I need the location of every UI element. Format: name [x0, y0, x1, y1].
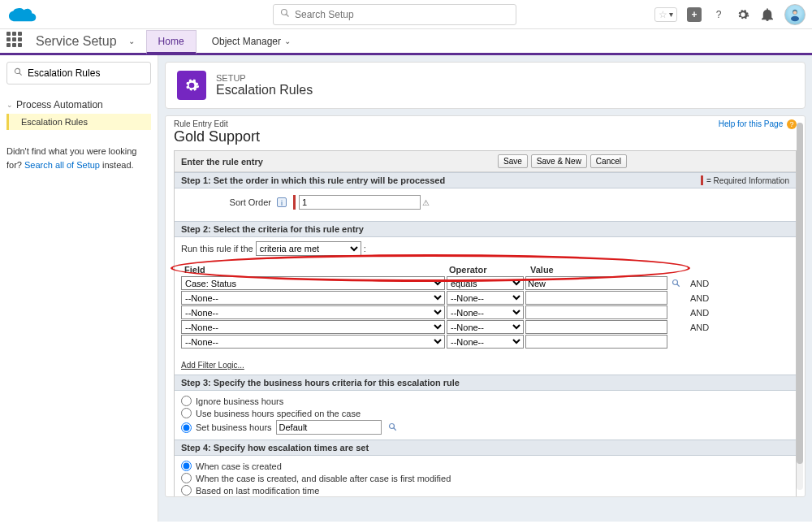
tab-object-manager[interactable]: Object Manager ⌄: [200, 30, 303, 53]
criteria-field-select[interactable]: --None--: [181, 305, 445, 319]
cancel-button[interactable]: Cancel: [590, 154, 627, 168]
search-icon: [280, 8, 290, 20]
sort-order-input[interactable]: [299, 195, 421, 210]
salesforce-logo-icon: [6, 3, 39, 26]
chevron-down-icon: ▾: [669, 10, 673, 19]
add-filter-logic-link[interactable]: Add Filter Logic...: [175, 356, 251, 375]
radio-disable-after-mod[interactable]: [181, 473, 192, 483]
criteria-field-select[interactable]: Case: Status: [181, 276, 445, 290]
tree-section-process-automation[interactable]: ⌄ Process Automation: [6, 96, 151, 114]
sidebar-item-escalation-rules[interactable]: Escalation Rules: [6, 114, 151, 130]
criteria-value-input[interactable]: [525, 305, 667, 319]
criteria-operator-select[interactable]: equals: [447, 276, 524, 290]
chevron-down-icon: ⌄: [6, 101, 13, 109]
chevron-down-icon: ⌄: [284, 37, 291, 45]
avatar[interactable]: [784, 4, 806, 25]
global-search-input[interactable]: [295, 9, 509, 20]
breadcrumb: Rule Entry Edit: [174, 119, 797, 128]
criteria-operator-select[interactable]: --None--: [447, 335, 524, 349]
gear-icon[interactable]: [736, 7, 750, 22]
criteria-field-select[interactable]: --None--: [181, 335, 445, 349]
scrollbar-thumb[interactable]: [797, 123, 803, 464]
svg-line-8: [677, 284, 680, 286]
radio-case-bh-label: Use business hours specified on the case: [196, 409, 361, 418]
step3-title: Step 3: Specify the business hours crite…: [181, 378, 460, 388]
and-label: AND: [690, 308, 715, 318]
search-icon: [14, 67, 23, 79]
criteria-operator-select[interactable]: --None--: [447, 291, 524, 305]
gear-icon: [177, 71, 206, 100]
svg-line-6: [19, 73, 22, 76]
and-label: AND: [690, 323, 715, 332]
add-icon[interactable]: +: [687, 7, 702, 22]
col-operator-header: Operator: [449, 265, 530, 275]
bell-icon[interactable]: [760, 7, 775, 22]
svg-point-7: [673, 279, 678, 284]
tree-section-label: Process Automation: [16, 99, 103, 110]
criteria-value-input[interactable]: [525, 320, 667, 334]
svg-point-4: [791, 15, 799, 21]
help-page-link[interactable]: Help for this Page: [719, 119, 784, 128]
criteria-field-select[interactable]: --None--: [181, 320, 445, 334]
col-field-header: Field: [181, 265, 449, 275]
radio-last-mod-label: Based on last modification time: [196, 486, 319, 496]
lookup-icon[interactable]: [387, 422, 399, 433]
app-launcher-icon[interactable]: [6, 32, 26, 51]
step2-title: Step 2: Select the criteria for this rul…: [181, 224, 364, 234]
radio-case-bh[interactable]: [181, 408, 192, 418]
radio-when-created-label: When case is created: [196, 461, 282, 471]
and-label: AND: [690, 279, 715, 288]
and-label: AND: [690, 293, 715, 303]
required-indicator-icon: [701, 175, 703, 185]
criteria-operator-select[interactable]: --None--: [447, 305, 524, 319]
section-enter-label: Enter the rule entry: [181, 157, 263, 167]
criteria-value-input[interactable]: [525, 276, 667, 290]
info-icon[interactable]: i: [277, 197, 287, 207]
criteria-value-input[interactable]: [525, 335, 667, 349]
rule-name-title: Gold Support: [174, 128, 797, 145]
tab-object-manager-label: Object Manager: [212, 36, 281, 47]
criteria-operator-select[interactable]: --None--: [447, 320, 524, 334]
criteria-row: --None-- --None-- 🔍 AND: [181, 305, 789, 319]
setup-sidebar: ⌄ Process Automation Escalation Rules Di…: [0, 55, 158, 522]
help-icon[interactable]: ?: [711, 7, 726, 22]
criteria-value-input[interactable]: [525, 291, 667, 305]
global-header: ☆ ▾ + ?: [0, 0, 812, 29]
svg-line-10: [393, 428, 395, 431]
tab-home[interactable]: Home: [146, 30, 197, 54]
sidebar-search[interactable]: [6, 62, 151, 84]
radio-ignore-bh[interactable]: [181, 396, 192, 406]
run-rule-select[interactable]: criteria are met: [256, 241, 361, 256]
business-hours-input[interactable]: [276, 420, 382, 435]
scrollbar[interactable]: [797, 123, 803, 490]
radio-ignore-bh-label: Ignore business hours: [196, 396, 283, 406]
save-new-button[interactable]: Save & New: [531, 154, 587, 168]
global-search[interactable]: [273, 4, 516, 25]
svg-line-1: [287, 15, 289, 17]
sidebar-search-input[interactable]: [28, 67, 149, 79]
svg-point-9: [389, 424, 394, 429]
sort-order-label: Sort Order: [230, 197, 271, 207]
radio-when-created[interactable]: [181, 461, 192, 471]
sidebar-help-text: Didn't find what you were looking for? S…: [6, 145, 151, 171]
step1-title: Step 1: Set the order in which this rule…: [181, 175, 445, 185]
criteria-field-select[interactable]: --None--: [181, 291, 445, 305]
page-title: Escalation Rules: [216, 83, 313, 97]
page-header: SETUP Escalation Rules: [165, 62, 806, 109]
step4-title: Step 4: Specify how escalation times are…: [181, 443, 369, 453]
chevron-down-icon[interactable]: ⌄: [128, 37, 135, 45]
radio-set-bh-label: Set business hours: [196, 422, 272, 432]
radio-last-mod[interactable]: [181, 485, 192, 496]
sidebar-search-all-link[interactable]: Search all of Setup: [24, 160, 100, 170]
radio-set-bh[interactable]: [181, 422, 192, 433]
star-icon: ☆: [659, 9, 667, 20]
svg-point-3: [793, 11, 797, 14]
page-kicker: SETUP: [216, 73, 313, 83]
criteria-row: --None-- --None-- 🔍 AND: [181, 320, 789, 334]
col-value-header: Value: [530, 265, 676, 275]
save-button[interactable]: Save: [498, 154, 528, 168]
favorites-menu[interactable]: ☆ ▾: [654, 7, 677, 22]
warning-icon: ⚠: [422, 198, 430, 207]
lookup-icon[interactable]: [671, 278, 682, 289]
radio-disable-after-mod-label: When the case is created, and disable af…: [196, 474, 451, 483]
